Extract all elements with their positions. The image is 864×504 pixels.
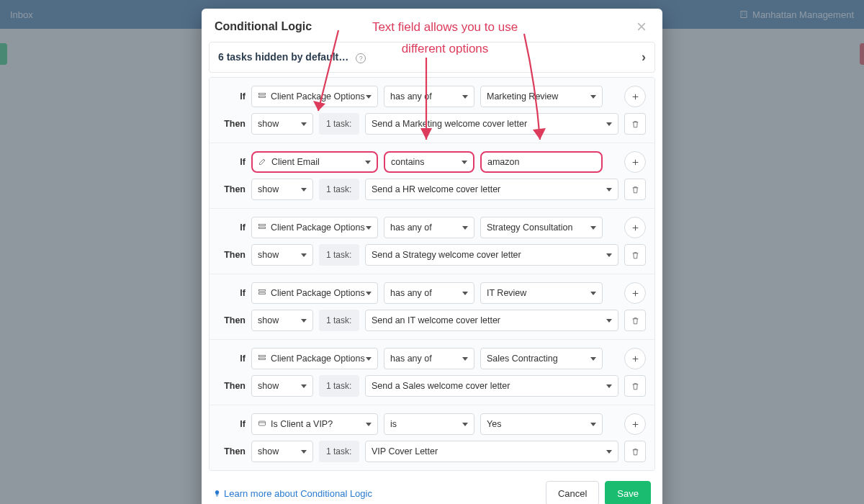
rule-task-count: 1 task: xyxy=(319,179,359,200)
rule-operator-select[interactable]: contains xyxy=(384,151,474,173)
trash-icon xyxy=(631,316,640,325)
if-label: If xyxy=(221,354,246,364)
form-field-icon xyxy=(258,91,266,100)
rule-task-count: 1 task: xyxy=(319,375,359,397)
delete-rule-button[interactable] xyxy=(624,310,646,331)
trash-icon xyxy=(631,382,640,391)
rule-action-select[interactable]: show xyxy=(251,244,313,266)
svg-rect-9 xyxy=(259,289,266,291)
delete-rule-button[interactable] xyxy=(624,441,646,462)
rule-task-count: 1 task: xyxy=(319,113,359,135)
card-icon xyxy=(258,419,266,428)
add-rule-button[interactable] xyxy=(624,413,646,435)
cancel-button[interactable]: Cancel xyxy=(546,481,599,504)
hidden-tasks-toggle[interactable]: 6 tasks hidden by default… ? › xyxy=(209,42,655,73)
add-rule-button[interactable] xyxy=(624,282,646,304)
rule-task-select[interactable]: VIP Cover Letter xyxy=(365,441,618,462)
svg-rect-11 xyxy=(259,355,266,356)
rule-value-input[interactable]: amazon xyxy=(480,151,603,173)
rule-field-select[interactable]: Client Package Options xyxy=(251,217,378,238)
plus-icon xyxy=(631,92,640,102)
add-rule-button[interactable] xyxy=(624,217,646,238)
delete-rule-button[interactable] xyxy=(624,375,646,397)
form-field-icon xyxy=(258,354,266,362)
trash-icon xyxy=(631,185,640,194)
close-button[interactable] xyxy=(634,19,649,35)
delete-rule-button[interactable] xyxy=(624,244,646,266)
rule-field-select[interactable]: Client Package Options xyxy=(251,282,378,304)
then-label: Then xyxy=(221,119,246,129)
rule-operator-select[interactable]: has any of xyxy=(384,217,474,238)
close-icon xyxy=(636,21,647,32)
then-label: Then xyxy=(221,381,246,391)
rule-field-select[interactable]: Client Package Options xyxy=(251,86,378,107)
rule-task-count: 1 task: xyxy=(319,310,359,331)
then-label: Then xyxy=(221,184,246,194)
help-icon[interactable]: ? xyxy=(356,53,366,63)
rule-value-select[interactable]: Yes xyxy=(480,413,603,435)
then-label: Then xyxy=(221,315,246,325)
then-label: Then xyxy=(221,250,246,260)
trash-icon xyxy=(631,120,640,129)
if-label: If xyxy=(221,222,246,233)
add-rule-button[interactable] xyxy=(624,151,646,173)
svg-rect-12 xyxy=(259,358,266,359)
rule-operator-select[interactable]: has any of xyxy=(384,282,474,304)
rule: If Client Package Options has any of Str… xyxy=(210,209,654,274)
svg-rect-13 xyxy=(259,421,266,426)
if-label: If xyxy=(221,91,246,102)
rule-value-select[interactable]: Strategy Consultation xyxy=(480,217,603,238)
rule-action-select[interactable]: show xyxy=(251,375,313,397)
rule-task-select[interactable]: Send an IT welcome cover letter xyxy=(365,310,618,331)
rule-field-select[interactable]: Client Package Options xyxy=(251,348,378,369)
rule-operator-select[interactable]: has any of xyxy=(384,348,474,369)
plus-icon xyxy=(631,223,640,233)
if-label: If xyxy=(221,419,246,429)
rule-task-select[interactable]: Send a HR welcome cover letter xyxy=(365,179,618,200)
edit-icon xyxy=(258,157,267,166)
svg-rect-10 xyxy=(259,292,266,294)
rule-value-select[interactable]: Marketing Review xyxy=(480,86,603,107)
rule-task-select[interactable]: Send a Marketing welcome cover letter xyxy=(365,113,618,135)
save-button[interactable]: Save xyxy=(605,481,651,504)
svg-rect-6 xyxy=(259,96,266,97)
add-rule-button[interactable] xyxy=(624,348,646,369)
rule-value-select[interactable]: IT Review xyxy=(480,282,603,304)
delete-rule-button[interactable] xyxy=(624,179,646,200)
rule-action-select[interactable]: show xyxy=(251,113,313,135)
if-label: If xyxy=(221,157,246,167)
svg-rect-7 xyxy=(259,224,266,225)
lightbulb-icon xyxy=(213,490,221,498)
rule-task-count: 1 task: xyxy=(319,244,359,266)
plus-icon xyxy=(631,289,640,298)
then-label: Then xyxy=(221,446,246,456)
trash-icon xyxy=(631,251,640,260)
rule-action-select[interactable]: show xyxy=(251,441,313,462)
if-label: If xyxy=(221,288,246,298)
plus-icon xyxy=(631,158,640,167)
rule: If Client Package Options has any of Mar… xyxy=(210,78,654,143)
plus-icon xyxy=(631,354,640,364)
rule-task-select[interactable]: Send a Sales welcome cover letter xyxy=(365,375,618,397)
rule: If Client Email contains amazon Then sho… xyxy=(210,143,654,209)
rule-task-select[interactable]: Send a Strategy welcome cover letter xyxy=(365,244,618,266)
plus-icon xyxy=(631,420,640,429)
rule-action-select[interactable]: show xyxy=(251,179,313,200)
add-rule-button[interactable] xyxy=(624,86,646,107)
rule-action-select[interactable]: show xyxy=(251,310,313,331)
trash-icon xyxy=(631,447,640,456)
rule: If Is Client a VIP? is Yes Then show 1 t… xyxy=(210,405,654,470)
chevron-right-icon: › xyxy=(642,50,646,65)
rule-value-select[interactable]: Sales Contracting xyxy=(480,348,603,369)
rules-list: If Client Package Options has any of Mar… xyxy=(209,77,655,471)
rule-field-select[interactable]: Is Client a VIP? xyxy=(251,413,378,435)
delete-rule-button[interactable] xyxy=(624,113,646,135)
conditional-logic-modal: Conditional Logic 6 tasks hidden by defa… xyxy=(202,9,662,504)
rule-field-select[interactable]: Client Email xyxy=(251,151,378,173)
rule-operator-select[interactable]: is xyxy=(384,413,474,435)
rule: If Client Package Options has any of Sal… xyxy=(210,340,654,405)
learn-more-link[interactable]: Learn more about Conditional Logic xyxy=(213,488,372,499)
rule-operator-select[interactable]: has any of xyxy=(384,86,474,107)
form-field-icon xyxy=(258,288,266,297)
rule-task-count: 1 task: xyxy=(319,441,359,462)
